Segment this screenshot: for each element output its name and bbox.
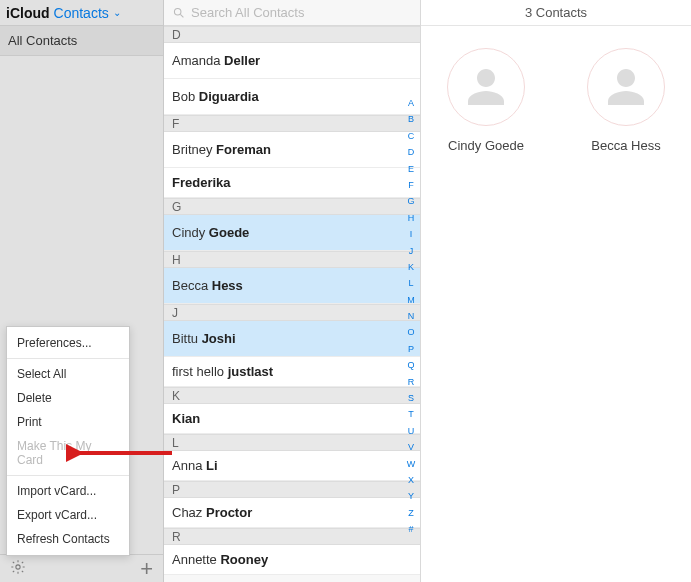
alpha-index-letter[interactable]: Z bbox=[406, 506, 416, 520]
avatar bbox=[447, 48, 525, 126]
menu-item[interactable]: Export vCard... bbox=[7, 503, 129, 527]
sidebar: iCloud Contacts ⌄ All Contacts + Prefere… bbox=[0, 0, 164, 582]
section-header: J bbox=[164, 304, 420, 321]
alpha-index-letter[interactable]: T bbox=[406, 407, 416, 421]
alpha-index-letter[interactable]: S bbox=[406, 391, 416, 405]
detail-pane: 3 Contacts Cindy GoedeBecca Hess bbox=[421, 0, 691, 582]
app-header: iCloud Contacts ⌄ bbox=[0, 0, 163, 26]
section-header: H bbox=[164, 251, 420, 268]
menu-item: Make This My Card bbox=[7, 434, 129, 472]
menu-item[interactable]: Preferences... bbox=[7, 331, 129, 355]
search-icon bbox=[172, 6, 185, 19]
contact-row[interactable]: Amanda Deller bbox=[164, 43, 420, 79]
section-header: R bbox=[164, 528, 420, 545]
menu-item[interactable]: Print bbox=[7, 410, 129, 434]
brand-label: iCloud bbox=[6, 5, 50, 21]
card-name: Becca Hess bbox=[591, 138, 660, 153]
menu-item[interactable]: Delete bbox=[7, 386, 129, 410]
svg-point-1 bbox=[174, 8, 181, 15]
avatar bbox=[587, 48, 665, 126]
contact-list-column: Search All Contacts DAmanda DellerBob Di… bbox=[164, 0, 421, 582]
alpha-index-letter[interactable]: I bbox=[406, 227, 416, 241]
settings-menu: Preferences...Select AllDeletePrintMake … bbox=[6, 326, 130, 556]
alpha-index-letter[interactable]: O bbox=[406, 325, 416, 339]
alpha-index-letter[interactable]: V bbox=[406, 440, 416, 454]
alpha-index-letter[interactable]: U bbox=[406, 424, 416, 438]
alpha-index-letter[interactable]: E bbox=[406, 162, 416, 176]
selection-count: 3 Contacts bbox=[421, 0, 691, 26]
menu-separator bbox=[7, 358, 129, 359]
alpha-index-letter[interactable]: L bbox=[406, 276, 416, 290]
alpha-index-letter[interactable]: R bbox=[406, 375, 416, 389]
contact-row[interactable]: Annette Rooney bbox=[164, 545, 420, 575]
selected-cards: Cindy GoedeBecca Hess bbox=[421, 26, 691, 153]
alpha-index-letter[interactable]: P bbox=[406, 342, 416, 356]
alpha-index-letter[interactable]: Q bbox=[406, 358, 416, 372]
section-header: G bbox=[164, 198, 420, 215]
alpha-index-letter[interactable]: B bbox=[406, 112, 416, 126]
menu-item[interactable]: Refresh Contacts bbox=[7, 527, 129, 551]
card-name: Cindy Goede bbox=[448, 138, 524, 153]
menu-item[interactable]: Select All bbox=[7, 362, 129, 386]
contact-list[interactable]: DAmanda DellerBob DiguardiaFBritney Fore… bbox=[164, 26, 420, 582]
contact-row[interactable]: Chaz Proctor bbox=[164, 498, 420, 528]
alpha-index-letter[interactable]: A bbox=[406, 96, 416, 110]
section-dropdown[interactable]: Contacts bbox=[54, 5, 109, 21]
contact-row[interactable]: first hello justlast bbox=[164, 357, 420, 387]
contact-card[interactable]: Cindy Goede bbox=[431, 48, 541, 153]
sidebar-item-all-contacts[interactable]: All Contacts bbox=[0, 26, 163, 56]
section-header: L bbox=[164, 434, 420, 451]
contact-row[interactable]: Anna Li bbox=[164, 451, 420, 481]
contact-row[interactable]: Kian bbox=[164, 404, 420, 434]
contact-list-body: DAmanda DellerBob DiguardiaFBritney Fore… bbox=[164, 26, 420, 582]
chevron-down-icon[interactable]: ⌄ bbox=[113, 7, 121, 18]
alpha-index-letter[interactable]: X bbox=[406, 473, 416, 487]
menu-separator bbox=[7, 475, 129, 476]
section-header: D bbox=[164, 26, 420, 43]
alpha-index-letter[interactable]: K bbox=[406, 260, 416, 274]
alpha-index-letter[interactable]: F bbox=[406, 178, 416, 192]
section-header: K bbox=[164, 387, 420, 404]
contact-row[interactable]: Cindy Goede bbox=[164, 215, 420, 251]
alpha-index-letter[interactable]: N bbox=[406, 309, 416, 323]
alpha-index-letter[interactable]: H bbox=[406, 211, 416, 225]
sidebar-footer: + bbox=[0, 554, 163, 582]
alpha-index-letter[interactable]: J bbox=[406, 244, 416, 258]
contact-row[interactable]: Becca Hess bbox=[164, 268, 420, 304]
contact-row[interactable]: Britney Foreman bbox=[164, 132, 420, 168]
svg-point-0 bbox=[16, 565, 20, 569]
gear-icon[interactable] bbox=[10, 559, 26, 578]
alpha-index-letter[interactable]: M bbox=[406, 293, 416, 307]
search-placeholder: Search All Contacts bbox=[191, 5, 304, 20]
section-header: F bbox=[164, 115, 420, 132]
alpha-index-letter[interactable]: D bbox=[406, 145, 416, 159]
alpha-index-letter[interactable]: # bbox=[406, 522, 416, 536]
contact-card[interactable]: Becca Hess bbox=[571, 48, 681, 153]
alpha-index-letter[interactable]: C bbox=[406, 129, 416, 143]
alpha-index-letter[interactable]: Y bbox=[406, 489, 416, 503]
search-input[interactable]: Search All Contacts bbox=[164, 0, 420, 26]
alpha-index-letter[interactable]: W bbox=[406, 457, 416, 471]
plus-icon[interactable]: + bbox=[140, 558, 153, 580]
alpha-index[interactable]: ABCDEFGHIJKLMNOPQRSTUVWXYZ# bbox=[406, 96, 416, 537]
svg-line-2 bbox=[180, 14, 183, 17]
menu-item[interactable]: Import vCard... bbox=[7, 479, 129, 503]
contact-row[interactable]: Frederika bbox=[164, 168, 420, 198]
contact-row[interactable]: Bob Diguardia bbox=[164, 79, 420, 115]
contact-row[interactable]: Bittu Joshi bbox=[164, 321, 420, 357]
section-header: P bbox=[164, 481, 420, 498]
alpha-index-letter[interactable]: G bbox=[406, 194, 416, 208]
